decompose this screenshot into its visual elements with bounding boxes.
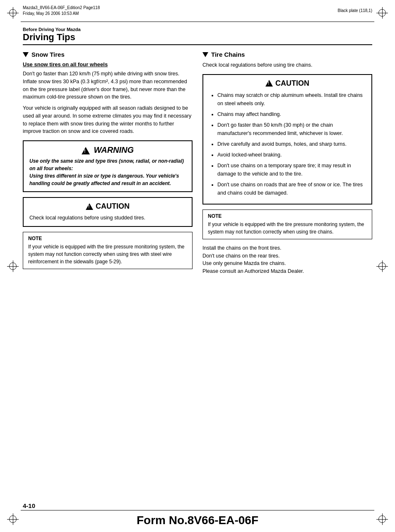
left-caution-body: Check local regulations before using stu… bbox=[29, 214, 186, 222]
right-note-title: NOTE bbox=[208, 213, 367, 219]
right-note-box: NOTE If your vehicle is equipped with th… bbox=[202, 209, 372, 239]
list-item: Chains may scratch or chip aluminum whee… bbox=[217, 91, 366, 108]
list-item: Avoid locked-wheel braking. bbox=[217, 151, 366, 159]
top-border bbox=[21, 22, 374, 22]
list-item: Don't use chains on roads that are free … bbox=[217, 181, 366, 197]
warning-title: WARNING bbox=[29, 145, 186, 155]
snow-tires-body2: Your vehicle is originally equipped with… bbox=[23, 104, 193, 135]
registration-mark-mr bbox=[378, 262, 386, 270]
warning-box: WARNING Use only the same size and type … bbox=[23, 140, 193, 192]
list-item: Drive carefully and avoid bumps, holes, … bbox=[217, 140, 366, 148]
page-title: Driving Tips bbox=[23, 32, 372, 45]
registration-mark-bl bbox=[9, 515, 17, 523]
page-content: Before Driving Your Mazda Driving Tips S… bbox=[23, 27, 372, 505]
list-item: Don't go faster than 50 km/h (30 mph) or… bbox=[217, 121, 366, 137]
left-note-title: NOTE bbox=[28, 236, 187, 241]
left-note-box: NOTE If your vehicle is equipped with th… bbox=[23, 232, 193, 269]
right-caution-list: Chains may scratch or chip aluminum whee… bbox=[209, 91, 366, 197]
registration-mark-br bbox=[378, 515, 386, 523]
warning-text: Use only the same size and type tires (s… bbox=[29, 157, 186, 187]
tire-chains-intro: Check local regulations before using tir… bbox=[202, 61, 372, 69]
right-column: Tire Chains Check local regulations befo… bbox=[202, 51, 372, 279]
section-header: Before Driving Your Mazda Driving Tips bbox=[23, 27, 372, 45]
left-caution-box: CAUTION Check local regulations before u… bbox=[23, 197, 193, 227]
left-note-body: If your vehicle is equipped with the tir… bbox=[28, 243, 187, 265]
left-column: Snow Tires Use snow tires on all four wh… bbox=[23, 51, 193, 279]
warning-icon bbox=[82, 147, 90, 154]
snow-tires-body1: Don't go faster than 120 km/h (75 mph) w… bbox=[23, 70, 193, 101]
bottom-border bbox=[21, 510, 374, 510]
right-caution-title: CAUTION bbox=[209, 79, 366, 88]
left-caution-icon bbox=[86, 203, 93, 210]
section-subtitle: Before Driving Your Mazda bbox=[23, 27, 372, 32]
registration-mark-tl bbox=[9, 9, 17, 17]
top-meta-right: Black plate (118,1) bbox=[338, 8, 372, 13]
list-item: Don't use chains on a temporary spare ti… bbox=[217, 161, 366, 178]
snow-tires-title: Snow Tires bbox=[23, 51, 193, 58]
form-number: Form No.8V66-EA-06F bbox=[137, 514, 258, 527]
tire-chains-footer: Install the chains on the front tires. D… bbox=[202, 244, 372, 275]
list-item: Chains may affect handling. bbox=[217, 110, 366, 118]
two-column-layout: Snow Tires Use snow tires on all four wh… bbox=[23, 51, 372, 279]
tire-chains-title: Tire Chains bbox=[202, 51, 372, 58]
left-caution-title: CAUTION bbox=[29, 202, 186, 211]
right-caution-icon bbox=[265, 80, 273, 87]
registration-mark-ml bbox=[9, 262, 17, 270]
right-caution-box: CAUTION Chains may scratch or chip alumi… bbox=[202, 74, 372, 205]
top-meta-left: Mazda3_8V66-EA-06F_Edition2 Page118 Frid… bbox=[23, 5, 100, 17]
page-number: 4-10 bbox=[23, 502, 35, 509]
registration-mark-tr bbox=[378, 9, 386, 17]
snow-tires-subsection: Use snow tires on all four wheels bbox=[23, 61, 193, 67]
right-section-triangle-icon bbox=[202, 52, 208, 57]
section-triangle-icon bbox=[23, 52, 29, 57]
right-note-body: If your vehicle is equipped with the tir… bbox=[208, 221, 367, 236]
